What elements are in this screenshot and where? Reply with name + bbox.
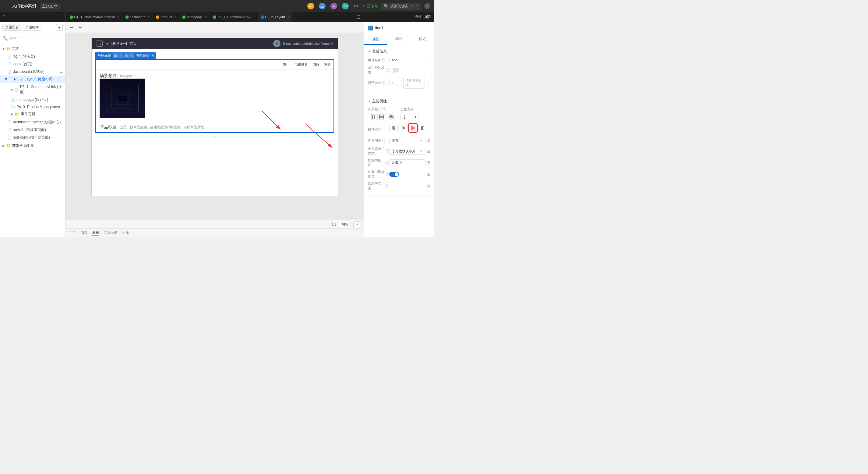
zoom-selector[interactable]: 75%: [339, 222, 351, 227]
pages-list-btn[interactable]: 页面列表: [2, 24, 21, 31]
sidebar-item-notfound[interactable]: 📄 notFound (找不到页面): [0, 134, 65, 141]
loading-rotate-info-icon[interactable]: ?: [386, 172, 389, 176]
condition-expr-input[interactable]: 请选择表达式: [403, 77, 425, 89]
content-gap-external-icon[interactable]: ⊞: [427, 138, 430, 143]
display-condition-info-icon[interactable]: ?: [382, 81, 386, 85]
page-structure-btn[interactable]: 页面结构: [23, 24, 41, 31]
zoom-fit-btn[interactable]: ⤢: [353, 221, 362, 227]
tabs-overflow-btn[interactable]: ☰: [354, 14, 363, 20]
nav-item-furniture[interactable]: 家具: [324, 62, 331, 67]
sidebar-item-homepage[interactable]: 📄 homepage (欢迎页): [0, 96, 65, 103]
tab-close-Product[interactable]: ×: [175, 15, 176, 19]
layout-btn-2[interactable]: ⊟: [119, 53, 123, 58]
sidebar-item-dashboard[interactable]: 📄 dashboard (总览页) ☁: [0, 68, 65, 76]
nav-item-pc[interactable]: 电脑: [313, 62, 319, 67]
branch-selector[interactable]: 主分支 ⇄: [40, 3, 60, 9]
control-limit-toggle[interactable]: [389, 68, 399, 72]
cross-axis-btn-4[interactable]: [418, 124, 427, 132]
tab-P5_1[interactable]: P5_1_CommunityLink ×: [210, 12, 258, 22]
redo-btn[interactable]: ↪: [76, 24, 84, 31]
layout-mode-info-icon[interactable]: ?: [382, 107, 386, 111]
tab-close-P5_1[interactable]: ×: [253, 15, 255, 19]
add-row-btn[interactable]: +: [92, 133, 338, 141]
sidebar-item-login[interactable]: 📄 login (登录页): [0, 53, 65, 60]
add-page-btn[interactable]: +: [56, 24, 63, 31]
bottom-tab-collab[interactable]: 协作: [122, 231, 129, 235]
property-btn[interactable]: 属性: [424, 14, 432, 20]
content-gap-info-icon[interactable]: ?: [382, 139, 386, 143]
tab-homepage[interactable]: homepage ×: [179, 12, 210, 22]
bottom-tab-home[interactable]: 主页: [69, 231, 76, 235]
control-limit-info-icon[interactable]: ?: [386, 68, 389, 72]
frame-username: {{ nasl.auth.userInfo.UserName }}: [283, 42, 333, 46]
sidebar-item-p5_2[interactable]: ▶ 📄 P5_2_Layout (页面布局): [0, 76, 65, 83]
bottom-tab-issues[interactable]: 问题: [81, 231, 87, 235]
child-display-external-icon[interactable]: ⊞: [427, 149, 430, 153]
sidebar-item-p5_1[interactable]: ▶ 📄 P5_1_CommunityLink (社区: [0, 83, 65, 96]
tab-Product[interactable]: Product ×: [153, 12, 180, 22]
undo-btn[interactable]: ↩: [68, 24, 75, 31]
sidebar-toggle-btn[interactable]: ☰: [2, 15, 6, 19]
sidebar-item-permission[interactable]: 📄 permission_center (权限中心): [0, 119, 65, 126]
layout-mode-btn-3[interactable]: [387, 113, 395, 121]
tab-P4_3[interactable]: P4_3_ProductManagement ×: [67, 12, 122, 22]
canvas-area[interactable]: ⊡ 入门教学案例 首页 👤 {{ nasl.auth.userInfo.User…: [65, 33, 364, 220]
sidebar-item-event-logic[interactable]: ▶ 📁 事件逻辑: [0, 110, 65, 118]
search-box[interactable]: 🔍 搜索关键词 ⌘+F: [381, 3, 421, 10]
tab-P5_2[interactable]: P5_2_Layout ×: [258, 12, 293, 22]
main-axis-btn-1[interactable]: [401, 113, 409, 121]
nav-item-tv[interactable]: 电视影音: [294, 62, 308, 67]
loading-text-info-icon[interactable]: ?: [385, 184, 389, 188]
tab-dashboard[interactable]: dashboard ×: [122, 12, 153, 22]
pages-folder[interactable]: ▶ 📁 页面: [0, 45, 65, 53]
condition-if-select[interactable]: If: [389, 80, 402, 86]
tab-close-dashboard[interactable]: ×: [148, 15, 150, 19]
layout-btn-3[interactable]: ⊠: [124, 53, 129, 58]
loading-icon-select[interactable]: 加载中 ⋮: [389, 159, 426, 166]
more-icon[interactable]: •••: [353, 3, 359, 9]
sidebar-item-noauth[interactable]: 📄 noAuth (无权限页面): [0, 126, 65, 134]
share-icon[interactable]: ➤: [331, 3, 337, 9]
child-display-label: 子元素展示方式 ?: [368, 147, 389, 156]
loading-icon-external-icon[interactable]: ⊞: [427, 160, 430, 165]
cross-axis-btn-3[interactable]: [409, 124, 417, 132]
global-vars-folder[interactable]: ▶ 📁 前端全局变量: [0, 142, 65, 150]
layout-btn-4[interactable]: ▷: [129, 53, 134, 58]
main-axis-btn-2[interactable]: [410, 113, 418, 121]
tab-close-P5_2[interactable]: ×: [287, 15, 289, 19]
component-name-info-icon[interactable]: ?: [382, 58, 386, 62]
child-display-info-icon[interactable]: ?: [386, 149, 389, 153]
help-btn[interactable]: ?: [424, 3, 430, 9]
svg-line-2: [100, 98, 122, 118]
layout-btn-1[interactable]: ⊞: [113, 53, 118, 58]
back-btn[interactable]: ←: [4, 3, 8, 9]
loading-rotate-external-icon[interactable]: ⊞: [427, 172, 430, 177]
content-gap-select[interactable]: 正常 ▼: [389, 137, 426, 144]
loading-rotate-toggle[interactable]: [389, 172, 399, 177]
play-icon[interactable]: ▶: [307, 3, 314, 9]
loading-icon-info-icon[interactable]: ?: [385, 161, 389, 165]
loading-text-external-icon[interactable]: ⊞: [427, 183, 430, 188]
tab-events[interactable]: 事件: [388, 34, 410, 45]
sync-icon[interactable]: ↻: [342, 3, 349, 9]
layout-mode-btn-1[interactable]: [368, 113, 376, 121]
sidebar-item-p4_3[interactable]: 📄 P4_3_ProductManagemen: [0, 103, 65, 110]
component-btn[interactable]: 组件: [414, 14, 422, 20]
tab-close-P4_3[interactable]: ×: [117, 15, 119, 19]
sidebar-item-index[interactable]: 📄 index (首页): [0, 60, 65, 68]
tab-close-homepage[interactable]: ×: [205, 15, 207, 19]
component-name-input[interactable]: [389, 57, 430, 63]
cross-axis-btn-2[interactable]: [399, 124, 407, 132]
tab-attributes[interactable]: 属性: [364, 34, 388, 45]
main-axis-half: 主轴方向: [401, 107, 431, 121]
child-display-select[interactable]: 子元素默认布局 ▼: [389, 148, 426, 155]
search-nav-icon[interactable]: 🔍: [2, 36, 8, 41]
bottom-tab-advanced[interactable]: 高级结果: [104, 231, 117, 235]
tab-styles[interactable]: 样式: [411, 34, 434, 45]
bottom-tab-publish[interactable]: 发布: [92, 230, 99, 235]
layout-mode-btn-2[interactable]: [377, 113, 386, 121]
cross-axis-btn-1[interactable]: [389, 124, 398, 132]
nav-item-hot[interactable]: 热门: [283, 62, 290, 67]
condition-more-btn[interactable]: ⋮: [426, 81, 430, 85]
cloud-icon[interactable]: ☁: [319, 3, 326, 9]
